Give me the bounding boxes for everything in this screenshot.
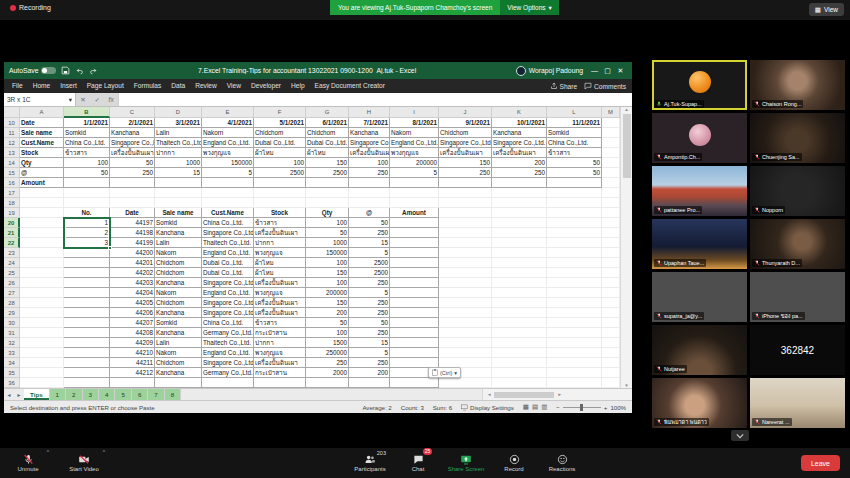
enter-icon[interactable]: ✓	[94, 96, 99, 104]
participants-button[interactable]: 203 Participants	[348, 448, 392, 478]
cell-G10[interactable]: 6/1/2021	[306, 118, 349, 128]
cell-B26[interactable]	[64, 278, 110, 288]
cell-M23[interactable]	[602, 248, 620, 258]
cell-A15[interactable]: @	[20, 168, 64, 178]
cell-M17[interactable]	[602, 188, 620, 198]
participant-tile-2[interactable]: Chaison Rong...	[750, 60, 845, 110]
row-header-22[interactable]: 22	[4, 238, 20, 248]
cell-B14[interactable]: 100	[64, 158, 110, 168]
cell-F15[interactable]: 2500	[254, 168, 306, 178]
cell-D25[interactable]: Chidchom	[155, 268, 202, 278]
cell-D36[interactable]	[155, 378, 202, 388]
cell-L20[interactable]	[547, 218, 602, 228]
row-header-32[interactable]: 32	[4, 338, 20, 348]
cell-A16[interactable]: Amount	[20, 178, 64, 188]
zoom-in-icon[interactable]: +	[604, 404, 608, 411]
cell-I23[interactable]	[390, 248, 439, 258]
cell-L33[interactable]	[547, 348, 602, 358]
cell-K19[interactable]	[492, 208, 547, 218]
cell-L21[interactable]	[547, 228, 602, 238]
cell-F13[interactable]: ผ้าไหม	[254, 148, 306, 158]
ribbon-tab-easy-document-creator[interactable]: Easy Document Creator	[310, 79, 390, 93]
row-header-35[interactable]: 35	[4, 368, 20, 378]
cell-F16[interactable]	[254, 178, 306, 188]
cell-G16[interactable]	[306, 178, 349, 188]
cell-I32[interactable]	[390, 338, 439, 348]
normal-view-icon[interactable]: ▦	[523, 403, 529, 411]
cell-B34[interactable]	[64, 358, 110, 368]
cell-B28[interactable]	[64, 298, 110, 308]
cell-B16[interactable]	[64, 178, 110, 188]
cell-M18[interactable]	[602, 198, 620, 208]
cell-D15[interactable]: 15	[155, 168, 202, 178]
cell-M22[interactable]	[602, 238, 620, 248]
cell-H24[interactable]: 2500	[349, 258, 390, 268]
cell-K11[interactable]: Kanchana	[492, 128, 547, 138]
cell-J23[interactable]	[439, 248, 492, 258]
cell-A21[interactable]	[20, 228, 64, 238]
cell-G35[interactable]: 2000	[306, 368, 349, 378]
cell-J28[interactable]	[439, 298, 492, 308]
cell-F31[interactable]: กระเป๋าสาน	[254, 328, 306, 338]
cell-J15[interactable]: 250	[439, 168, 492, 178]
cell-K35[interactable]	[492, 368, 547, 378]
cell-F32[interactable]: ปากกา	[254, 338, 306, 348]
cell-E24[interactable]: Dubai Co.,Ltd.	[202, 258, 254, 268]
cell-B30[interactable]	[64, 318, 110, 328]
cell-F23[interactable]: พวงกุญแจ	[254, 248, 306, 258]
cell-D16[interactable]	[155, 178, 202, 188]
cell-M25[interactable]	[602, 268, 620, 278]
row-header-14[interactable]: 14	[4, 158, 20, 168]
participant-tile-4[interactable]: Chuenjing Sa...	[750, 113, 845, 163]
cell-L27[interactable]	[547, 288, 602, 298]
cell-A18[interactable]	[20, 198, 64, 208]
cell-H20[interactable]: 50	[349, 218, 390, 228]
cell-G20[interactable]: 100	[306, 218, 349, 228]
cell-M20[interactable]	[602, 218, 620, 228]
cell-M36[interactable]	[602, 378, 620, 388]
sheet-tab-3[interactable]: 3	[83, 389, 99, 400]
column-header-J[interactable]: J	[439, 107, 492, 118]
cell-L28[interactable]	[547, 298, 602, 308]
cell-C36[interactable]	[110, 378, 155, 388]
cell-M33[interactable]	[602, 348, 620, 358]
scroll-right-icon[interactable]: ►	[557, 392, 561, 397]
sheet-tab-7[interactable]: 7	[148, 389, 164, 400]
cell-J24[interactable]	[439, 258, 492, 268]
ribbon-tab-formulas[interactable]: Formulas	[129, 79, 166, 93]
cell-G36[interactable]	[306, 378, 349, 388]
participant-tile-1[interactable]: Aj.Tuk-Supap...	[652, 60, 747, 110]
cell-B13[interactable]: ข้าวสาร	[64, 148, 110, 158]
sheet-tab-6[interactable]: 6	[132, 389, 148, 400]
row-header-31[interactable]: 31	[4, 328, 20, 338]
cell-J16[interactable]	[439, 178, 492, 188]
cell-C21[interactable]: 44198	[110, 228, 155, 238]
cell-M10[interactable]	[602, 118, 620, 128]
page-layout-icon[interactable]: ▤	[532, 403, 538, 411]
row-header-36[interactable]: 36	[4, 378, 20, 388]
cell-L12[interactable]: China Co.,Ltd.	[547, 138, 602, 148]
undo-icon[interactable]	[75, 66, 84, 75]
column-header-F[interactable]: F	[254, 107, 306, 118]
cell-D21[interactable]: Kanchana	[155, 228, 202, 238]
cell-D28[interactable]: Chidchom	[155, 298, 202, 308]
cell-C19[interactable]: Date	[110, 208, 155, 218]
cell-G11[interactable]: Chidchom	[306, 128, 349, 138]
row-header-27[interactable]: 27	[4, 288, 20, 298]
cell-J27[interactable]	[439, 288, 492, 298]
vertical-scrollbar[interactable]: ▲ ▼	[620, 107, 632, 388]
share-screen-button[interactable]: Share Screen	[444, 448, 488, 478]
cell-M28[interactable]	[602, 298, 620, 308]
sheet-nav-right-icon[interactable]: ►	[14, 389, 24, 400]
cell-H23[interactable]: 5	[349, 248, 390, 258]
cell-A30[interactable]	[20, 318, 64, 328]
cell-D24[interactable]: Chidchom	[155, 258, 202, 268]
cell-L29[interactable]	[547, 308, 602, 318]
cell-B19[interactable]: No.	[64, 208, 110, 218]
cell-C18[interactable]	[110, 198, 155, 208]
chat-button[interactable]: 25 Chat	[396, 448, 440, 478]
cell-G14[interactable]: 150	[306, 158, 349, 168]
column-header-K[interactable]: K	[492, 107, 547, 118]
row-header-21[interactable]: 21	[4, 228, 20, 238]
cell-I12[interactable]: England Co.,Ltd.	[390, 138, 439, 148]
